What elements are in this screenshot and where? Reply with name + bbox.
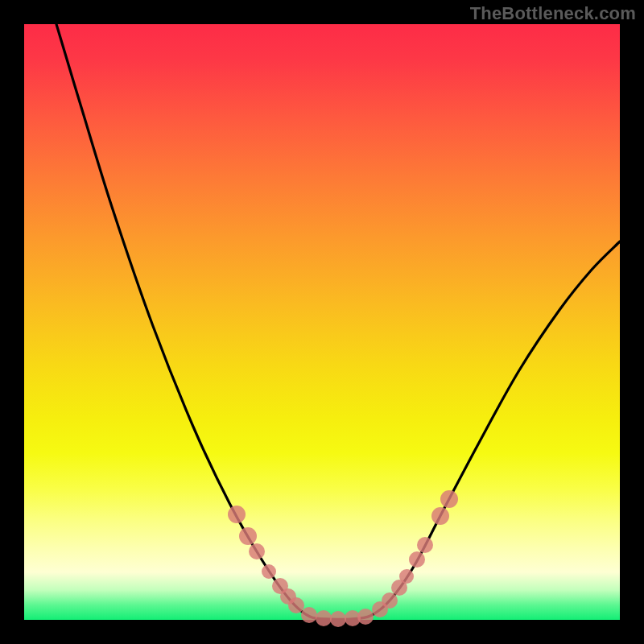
- bottleneck-curve: [56, 24, 620, 619]
- highlight-dot: [239, 527, 257, 545]
- highlight-dot: [288, 597, 304, 613]
- highlight-dot: [316, 610, 332, 626]
- highlight-dot: [301, 607, 317, 623]
- highlight-dot: [249, 543, 265, 559]
- highlight-dot: [399, 569, 414, 584]
- gradient-plot-area: [24, 24, 620, 620]
- highlight-dot: [262, 564, 276, 579]
- highlight-dot: [228, 506, 246, 523]
- chart-svg: [24, 24, 620, 620]
- highlight-dot: [417, 537, 433, 553]
- chart-frame: TheBottleneck.com: [0, 0, 644, 644]
- highlight-dot: [409, 551, 425, 568]
- highlight-dot: [431, 507, 449, 525]
- highlight-dot: [440, 490, 458, 508]
- highlight-dot: [382, 592, 398, 609]
- highlight-dot: [357, 609, 374, 625]
- highlight-dot: [330, 611, 346, 627]
- watermark-text: TheBottleneck.com: [470, 3, 636, 24]
